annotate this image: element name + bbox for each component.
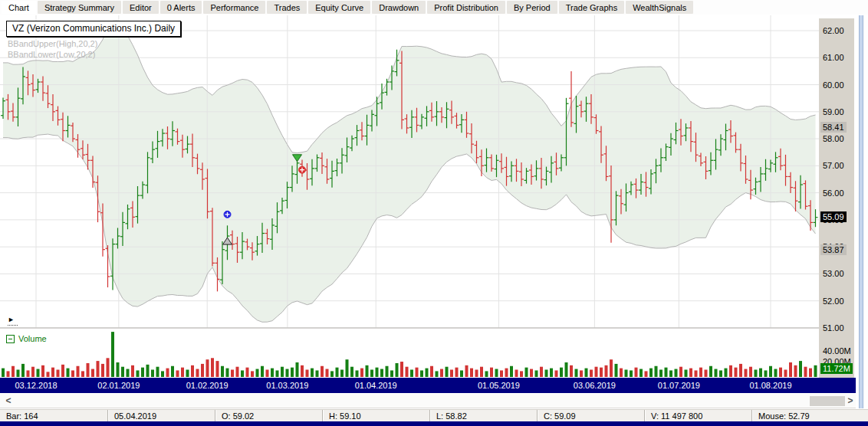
tab-profit-distribution[interactable]: Profit Distribution [427, 1, 505, 14]
volume-collapse-icon[interactable] [6, 335, 15, 343]
price-badge-58-41: 58.41 [820, 122, 847, 133]
price-tick: 61.00 [823, 53, 844, 62]
date-label: 01.02.2019 [186, 381, 229, 390]
price-tick: 53.00 [823, 269, 844, 278]
scroll-left-icon[interactable]: < [3, 395, 14, 406]
price-tick: 56.00 [823, 188, 844, 198]
price-axis: 62.0061.0060.0059.0058.0057.0056.0055.00… [819, 18, 854, 378]
tab-chart[interactable]: Chart [2, 1, 36, 14]
status-cell: L: 58.82 [429, 410, 537, 421]
date-label: 01.03.2019 [266, 381, 308, 390]
price-tick: 52.00 [823, 297, 844, 306]
indicator-legend: BBandUpper(High,20,2) BBandLower(Low,20,… [8, 38, 97, 60]
date-label: 01.07.2019 [658, 381, 700, 390]
tab-0-alerts[interactable]: 0 Alerts [160, 1, 202, 14]
pane-expander-icon[interactable]: ► [8, 316, 18, 326]
scroll-right-icon[interactable]: > [845, 395, 856, 406]
status-cell: C: 59.09 [537, 410, 644, 421]
tab-trade-graphs[interactable]: Trade Graphs [559, 1, 624, 14]
tab-trades[interactable]: Trades [267, 1, 307, 14]
date-axis: 03.12.201802.01.201901.02.201901.03.2019… [0, 378, 856, 393]
price-tick: 51.00 [823, 323, 844, 333]
date-label: 03.12.2018 [15, 381, 57, 390]
tab-by-period[interactable]: By Period [507, 1, 557, 14]
volume-badge: 11.72M [820, 363, 853, 374]
legend-bband-upper: BBandUpper(High,20,2) [8, 38, 97, 49]
scroll-thumb[interactable] [810, 396, 845, 406]
price-chart[interactable] [0, 15, 819, 378]
price-badge-53-87: 53.87 [820, 244, 847, 255]
tab-drawdown[interactable]: Drawdown [372, 1, 426, 14]
price-tick: 59.00 [823, 107, 844, 116]
price-tick: 58.00 [823, 134, 844, 143]
chart-tab-bar: ChartStrategy SummaryEditor0 AlertsPerfo… [0, 0, 868, 15]
symbol-title: VZ (Verizon Communications Inc.) Daily [6, 21, 181, 37]
status-cell: Mouse: 52.79 [751, 410, 868, 421]
price-tick: 60.00 [823, 80, 844, 90]
tab-equity-curve[interactable]: Equity Curve [308, 1, 370, 14]
price-badge-55-09: 55.09 [820, 211, 847, 222]
bottom-edge [0, 421, 868, 426]
tab-performance[interactable]: Performance [203, 1, 265, 14]
window-splitter[interactable] [859, 15, 863, 408]
volume-tick: 40.00M [823, 346, 851, 356]
status-cell: O: 59.02 [215, 410, 322, 421]
status-cell: Bar: 164 [0, 410, 107, 421]
date-label: 01.05.2019 [478, 381, 520, 390]
price-tick: 57.00 [823, 161, 844, 170]
horizontal-scrollbar[interactable]: < > [0, 394, 856, 408]
tab-editor[interactable]: Editor [123, 1, 159, 14]
status-bar: Bar: 16405.04.2019O: 59.02H: 59.10L: 58.… [0, 409, 868, 421]
date-label: 02.01.2019 [97, 381, 140, 390]
status-cell: H: 59.10 [322, 410, 429, 421]
legend-bband-lower: BBandLower(Low,20,2) [8, 49, 97, 60]
date-label: 01.08.2019 [749, 381, 791, 390]
tab-strategy-summary[interactable]: Strategy Summary [38, 1, 121, 14]
volume-legend: Volume [6, 334, 47, 343]
status-cell: 05.04.2019 [107, 410, 215, 421]
price-tick: 62.00 [823, 26, 844, 35]
wealth-lab-window: ChartStrategy SummaryEditor0 AlertsPerfo… [0, 0, 868, 426]
tab-wealthsignals[interactable]: WealthSignals [626, 1, 693, 14]
date-label: 03.06.2019 [574, 381, 616, 390]
volume-label: Volume [18, 334, 47, 343]
status-cell: V: 11 497 800 [644, 410, 751, 421]
date-label: 01.04.2019 [355, 381, 397, 390]
